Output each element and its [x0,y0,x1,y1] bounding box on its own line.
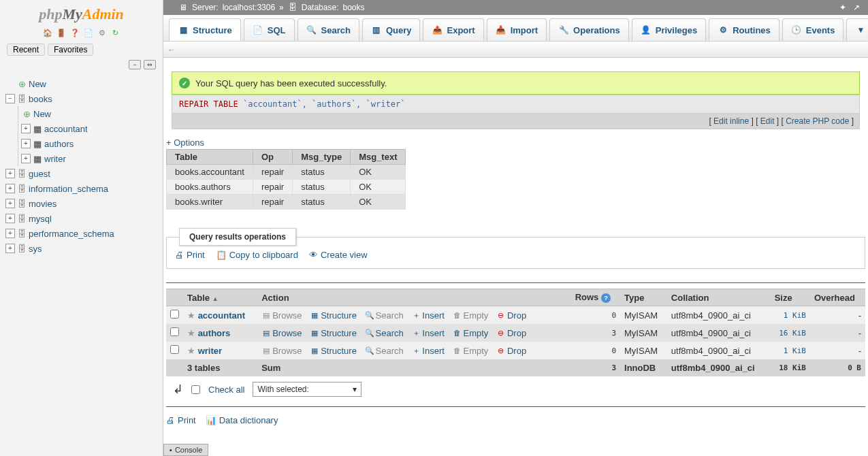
docs-icon[interactable]: ❓ [69,27,80,38]
tree-expander[interactable]: + [21,154,31,163]
collapse-all-icon[interactable]: − [129,60,141,69]
favorites-button[interactable]: Favorites [48,44,93,56]
insert-action[interactable]: ＋Insert [411,328,445,338]
tab-operations[interactable]: 🔧Operations [549,18,629,41]
insert-action[interactable]: ＋Insert [411,346,445,356]
tree-table-writer[interactable]: writer [44,154,66,164]
page-settings-icon[interactable]: ✦ [838,3,848,12]
console-toggle[interactable]: ▪ Console [163,444,208,456]
search-action[interactable]: 🔍Search [365,328,404,338]
print-link[interactable]: 🖨Print [175,250,205,260]
search-icon: 🔍 [365,311,374,321]
tree-db-movies[interactable]: movies [29,199,57,209]
tab-search[interactable]: 🔍Search [298,18,359,41]
with-selected-dropdown[interactable]: With selected: ▾ [253,382,361,397]
options-toggle[interactable]: + Options [166,137,204,148]
th-op[interactable]: Op [253,150,292,165]
tree-db-guest[interactable]: guest [29,169,50,179]
favorite-star-icon[interactable]: ★ [187,346,195,356]
size-link[interactable]: 16 KiB [779,329,806,338]
reload-icon[interactable]: ↻ [110,27,121,38]
tab-sql[interactable]: 📄SQL [244,18,295,41]
th-overhead[interactable]: Overhead [810,289,865,306]
create-view-link[interactable]: 👁Create view [309,250,368,260]
tree-db-mysql[interactable]: mysql [29,214,52,224]
tab-privileges[interactable]: 👤Privileges [632,18,706,41]
info-icon[interactable]: ? [601,293,611,303]
table-name-link[interactable]: accountant [198,310,245,321]
size-link[interactable]: 1 KiB [784,346,806,355]
favorite-star-icon[interactable]: ★ [187,310,195,321]
tree-expander[interactable]: + [5,184,15,193]
tab-export[interactable]: 📤Export [423,18,483,41]
tab-query[interactable]: ▥Query [362,18,421,41]
tree-db-books[interactable]: books [29,94,52,104]
th-collation[interactable]: Collation [667,289,771,306]
tree-expander[interactable]: + [5,229,15,238]
tree-db-performance-schema[interactable]: performance_schema [29,229,114,239]
tab-import[interactable]: 📥Import [487,18,547,41]
sql-pane-icon[interactable]: 📄 [83,27,94,38]
tree-expander[interactable]: + [5,199,15,208]
structure-action[interactable]: ▦Structure [310,346,357,356]
row-checkbox[interactable] [170,345,179,354]
print-link-bottom[interactable]: 🖨Print [166,415,196,425]
tab-routines[interactable]: ⚙Routines [709,18,779,41]
th-msgtype[interactable]: Msg_type [293,150,351,165]
structure-action[interactable]: ▦Structure [310,328,357,338]
th-size[interactable]: Size [771,289,810,306]
table-name-link[interactable]: writer [198,346,222,356]
tree-expander[interactable]: + [21,139,31,148]
copy-clipboard-link[interactable]: 📋Copy to clipboard [216,250,298,260]
breadcrumb-server-link[interactable]: localhost:3306 [223,3,275,12]
home-icon[interactable]: 🏠 [42,27,53,38]
table-name-link[interactable]: authors [198,328,231,338]
th-rows[interactable]: Rows ? [571,289,620,306]
create-php-link[interactable]: Create PHP code [786,116,849,126]
collapse-right-icon[interactable]: ↗ [852,3,861,12]
new-database-link[interactable]: New [29,79,46,89]
drop-action[interactable]: ⊖Drop [496,346,526,356]
tree-expander[interactable]: + [5,214,15,223]
recent-button[interactable]: Recent [7,44,45,56]
empty-action[interactable]: 🗑Empty [453,328,489,338]
routines-icon: ⚙ [718,25,728,35]
row-checkbox[interactable] [170,327,179,336]
data-dictionary-link[interactable]: 📊Data dictionary [206,415,278,425]
check-all-link[interactable]: Check all [208,385,244,395]
drop-action[interactable]: ⊖Drop [496,310,526,321]
settings-icon[interactable]: ⚙ [97,27,108,38]
logout-icon[interactable]: 🚪 [56,27,67,38]
tab-scroll-arrow[interactable]: ← [163,42,868,58]
th-type[interactable]: Type [620,289,667,306]
tree-table-accountant[interactable]: accountant [44,124,88,134]
tree-table-authors[interactable]: authors [44,139,74,149]
tree-expander[interactable]: + [5,244,15,253]
tab-events[interactable]: 🕒Events [782,18,844,41]
tree-expander[interactable]: − [5,94,15,103]
tree-expander[interactable]: + [21,124,31,133]
new-table-link[interactable]: New [33,109,51,119]
check-all-checkbox[interactable] [191,385,200,394]
th-table[interactable]: Table [167,150,253,165]
th-table-name[interactable]: Table ▲ [183,289,257,306]
sidebar-quick-icons: 🏠 🚪 ❓ 📄 ⚙ ↻ [0,26,163,42]
breadcrumb-db-link[interactable]: books [342,3,364,12]
favorite-star-icon[interactable]: ★ [187,328,195,338]
tree-db-information-schema[interactable]: information_schema [29,184,108,194]
size-link[interactable]: 1 KiB [784,311,806,320]
drop-action[interactable]: ⊖Drop [496,328,526,338]
browse-action[interactable]: ▤Browse [261,328,302,338]
th-msgtext[interactable]: Msg_text [351,150,406,165]
tab-structure[interactable]: ▦Structure [169,18,241,41]
tree-expander[interactable]: + [5,169,15,178]
tree-db-sys[interactable]: sys [29,244,42,254]
edit-link[interactable]: Edit [760,116,775,126]
row-checkbox[interactable] [170,310,179,319]
link-icon[interactable]: ⇔ [144,60,156,69]
insert-action[interactable]: ＋Insert [411,310,445,321]
tab-more[interactable]: ▼More [846,18,868,41]
edit-inline-link[interactable]: Edit inline [713,116,749,126]
console-icon: ▪ [170,446,172,454]
structure-action[interactable]: ▦Structure [310,310,357,321]
